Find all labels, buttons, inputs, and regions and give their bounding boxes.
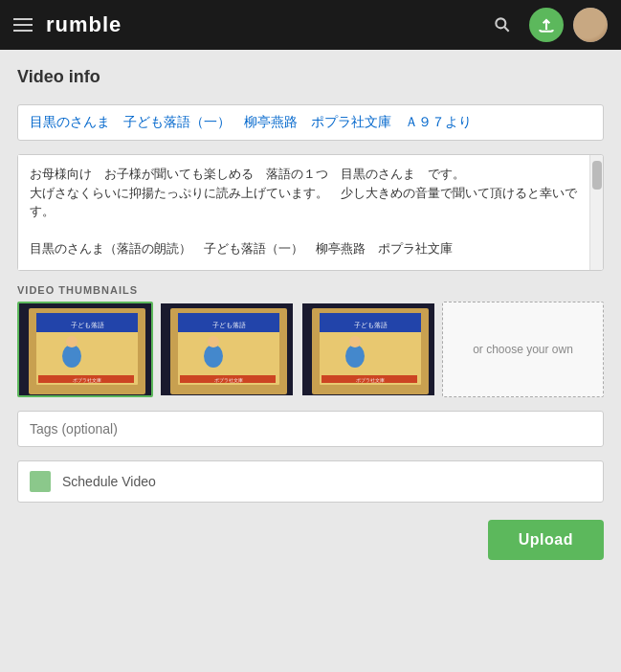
logo: rumble: [46, 12, 122, 37]
svg-point-26: [345, 345, 365, 368]
upload-icon: [537, 15, 556, 34]
schedule-checkbox[interactable]: [30, 471, 51, 492]
svg-text:ポプラ社文庫: ポプラ社文庫: [214, 377, 243, 383]
upload-btn-row: Upload: [17, 520, 604, 560]
thumbnail-2[interactable]: 子ども落語 ポプラ社文庫: [159, 302, 295, 397]
svg-point-17: [204, 345, 223, 368]
thumbnails-section: VIDEO THUMBNAILS 子ども落語: [17, 284, 604, 397]
svg-text:子ども落語: 子ども落語: [71, 322, 104, 329]
svg-point-0: [496, 18, 505, 28]
svg-point-9: [66, 336, 78, 347]
thumbnails-label: VIDEO THUMBNAILS: [17, 284, 604, 296]
svg-line-1: [504, 27, 509, 32]
search-icon: [493, 15, 512, 34]
avatar-image: [573, 8, 608, 42]
tags-input[interactable]: [17, 411, 604, 447]
thumbnail-1-image: 子ども落語 ポプラ社文庫: [19, 303, 151, 395]
schedule-label: Schedule Video: [62, 474, 156, 489]
schedule-row: Schedule Video: [17, 460, 604, 503]
upload-button[interactable]: Upload: [488, 520, 604, 560]
svg-point-18: [208, 336, 219, 347]
thumbnails-row: 子ども落語 ポプラ社文庫: [17, 302, 604, 397]
svg-point-27: [349, 336, 361, 347]
upload-icon-button[interactable]: [529, 8, 564, 42]
svg-text:ポプラ社文庫: ポプラ社文庫: [73, 377, 101, 383]
svg-point-8: [62, 345, 81, 368]
svg-text:子ども落語: 子ども落語: [354, 322, 388, 329]
video-title-input[interactable]: [17, 104, 604, 141]
thumbnail-2-image: 子ども落語 ポプラ社文庫: [161, 303, 293, 395]
page-title: Video info: [17, 67, 604, 87]
svg-text:ポプラ社文庫: ポプラ社文庫: [356, 377, 385, 383]
thumbnail-3[interactable]: 子ども落語 ポプラ社文庫: [300, 302, 436, 397]
menu-icon[interactable]: [13, 18, 33, 32]
scrollbar-track[interactable]: [589, 155, 603, 270]
thumbnail-3-image: 子ども落語 ポプラ社文庫: [302, 303, 434, 395]
choose-own-label: or choose your own: [473, 343, 573, 356]
user-avatar[interactable]: [573, 8, 608, 42]
description-wrapper: お母様向け お子様が聞いても楽しめる 落語の１つ 目黒のさんま です。 大げさな…: [17, 154, 604, 271]
header: rumble: [0, 0, 621, 50]
header-icons: [485, 8, 608, 42]
choose-own-button[interactable]: or choose your own: [442, 302, 604, 397]
scrollbar-thumb: [592, 161, 602, 190]
main-content: Video info お母様向け お子様が聞いても楽しめる 落語の１つ 目黒のさ…: [0, 50, 621, 672]
thumbnail-1[interactable]: 子ども落語 ポプラ社文庫: [17, 302, 153, 397]
search-button[interactable]: [485, 8, 520, 42]
svg-text:子ども落語: 子ども落語: [212, 322, 246, 329]
description-textarea[interactable]: お母様向け お子様が聞いても楽しめる 落語の１つ 目黒のさんま です。 大げさな…: [18, 155, 589, 270]
